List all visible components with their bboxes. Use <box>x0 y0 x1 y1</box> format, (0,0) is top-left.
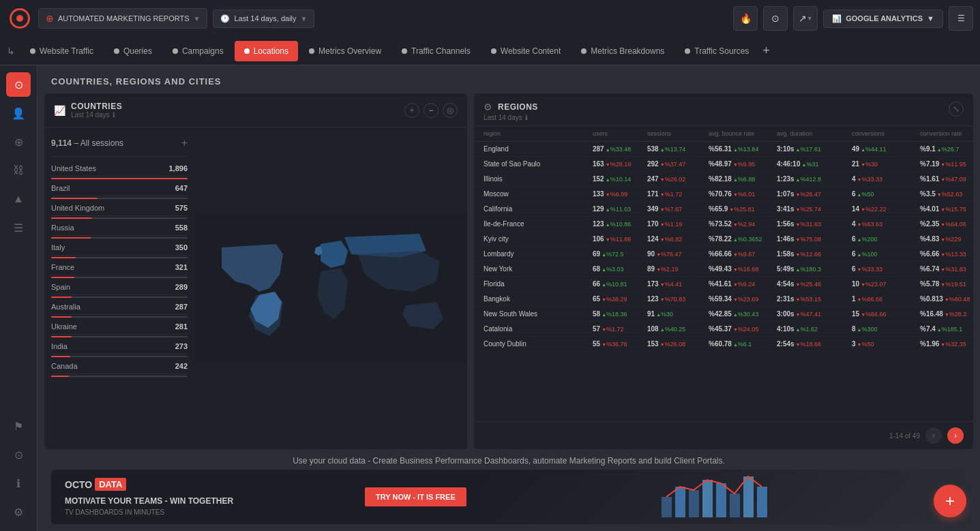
promo-sub: TV DASHBOARDS IN MINUTES <box>65 509 338 516</box>
tab-dot <box>30 48 35 54</box>
list-item[interactable]: Canada 242 <box>51 359 188 377</box>
tab-metrics-breakdowns[interactable]: Metrics Breakdowns <box>571 41 674 61</box>
table-row[interactable]: Florida 66%10.81 173%4.41 %41.61%9.24 4:… <box>474 277 973 292</box>
tab-website-content[interactable]: Website Content <box>481 41 571 61</box>
list-item[interactable]: United Kingdom 575 <box>51 200 188 219</box>
fab-add-button[interactable]: + <box>934 485 966 517</box>
tab-dot <box>402 48 407 54</box>
tab-dot <box>491 48 496 54</box>
sidebar-icon-flag[interactable]: ⚑ <box>6 414 31 438</box>
content-area: COUNTRIES, REGIONS AND CITIES 📈 COUNTRIE… <box>38 65 980 531</box>
list-item[interactable]: Russia 558 <box>51 220 188 239</box>
tab-traffic-sources[interactable]: Traffic Sources <box>675 41 758 61</box>
col-bounce: avg. bounce rate <box>709 130 777 137</box>
table-row[interactable]: California 129%11.03 349%7.67 %65.9%25.8… <box>474 202 973 217</box>
promo-bar: Use your cloud data - Create Business Pe… <box>38 449 980 531</box>
table-row[interactable]: State of Sao Paulo 163%28.19 292%37.47 %… <box>474 157 973 172</box>
col-sessions: sessions <box>647 130 709 137</box>
tab-website-traffic[interactable]: Website Traffic <box>20 41 103 61</box>
analytics-dropdown[interactable]: 📊 GOOGLE ANALYTICS ▼ <box>823 10 943 28</box>
svg-rect-3 <box>689 490 699 517</box>
countries-content: 9,114 – All sessions + United States 1,8… <box>44 127 467 449</box>
regions-title: REGIONS <box>498 102 538 112</box>
date-range-dropdown[interactable]: 🕐 Last 14 days, daily ▼ <box>213 10 314 28</box>
list-item[interactable]: Australia 287 <box>51 299 188 318</box>
sessions-add-button[interactable]: + <box>181 137 188 149</box>
col-users: users <box>593 130 647 137</box>
hamburger-button[interactable]: ☰ <box>949 6 973 31</box>
svg-rect-7 <box>743 476 754 517</box>
table-row[interactable]: England 287%33.48 538%13.74 %56.31%13.84… <box>474 142 973 157</box>
tab-dot <box>581 48 586 54</box>
logo[interactable] <box>7 5 33 31</box>
tab-dot <box>309 48 314 54</box>
sidebar-icon-info[interactable]: ℹ <box>6 471 31 496</box>
expand-button[interactable]: + <box>404 103 419 118</box>
clock-icon: 🕐 <box>220 14 230 23</box>
promo-right-visual <box>480 470 966 524</box>
regions-table: region users sessions avg. bounce rate a… <box>474 126 973 421</box>
table-row[interactable]: Kyiv city 106%11.66 124%8.82 %78.22%0.36… <box>474 232 973 247</box>
list-item[interactable]: India 273 <box>51 339 188 357</box>
settings-icon: ⚙ <box>484 102 492 112</box>
sidebar-icon-chart[interactable]: ▲ <box>6 187 31 211</box>
table-row[interactable]: Illinois 152%10.14 247%26.02 %82.18%6.88… <box>474 172 973 187</box>
sidebar-icon-users[interactable]: 👤 <box>6 101 31 125</box>
pagination: 1-14 of 49 ‹ › <box>474 421 973 449</box>
share-button[interactable]: ↗ ▼ <box>793 6 818 31</box>
col-conversions: conversions <box>852 130 920 137</box>
target-button[interactable]: ⊙ <box>763 6 788 31</box>
report-dropdown[interactable]: ⊕ AUTOMATED MARKETING REPORTS ▼ <box>38 8 207 29</box>
locate-button[interactable]: ◎ <box>443 103 458 118</box>
tab-metrics-overview[interactable]: Metrics Overview <box>299 41 391 61</box>
regions-panel: ⚙ REGIONS Last 14 days ℹ ⤡ <box>474 93 973 449</box>
list-item[interactable]: Ukraine 281 <box>51 319 188 337</box>
tab-queries[interactable]: Queries <box>104 41 162 61</box>
sidebar-icon-link[interactable]: ⛓ <box>6 158 31 183</box>
table-row[interactable]: County Dublin 55%36.78 153%26.08 %60.78%… <box>474 337 973 352</box>
next-page-button[interactable]: › <box>947 427 964 444</box>
add-tab-button[interactable]: + <box>762 44 770 58</box>
table-row[interactable]: Ile-de-France 123%10.86 170%1.19 %73.52%… <box>474 217 973 232</box>
tabs-bar: ↳ Website Traffic Queries Campaigns Loca… <box>0 37 980 65</box>
col-region: region <box>484 130 593 137</box>
tab-traffic-channels[interactable]: Traffic Channels <box>392 41 480 61</box>
tab-campaigns[interactable]: Campaigns <box>163 41 233 61</box>
promo-banner: OCTO DATA MOTIVATE YOUR TEAMS - WIN TOGE… <box>51 470 966 524</box>
sidebar-icon-person[interactable]: ⊙ <box>6 442 31 467</box>
list-item[interactable]: France 321 <box>51 260 188 278</box>
tab-locations[interactable]: Locations <box>235 41 298 61</box>
sidebar-icon-dashboard[interactable]: ⊙ <box>6 72 31 97</box>
regions-expand-button[interactable]: ⤡ <box>949 102 964 117</box>
list-item[interactable]: Italy 350 <box>51 240 188 258</box>
table-row[interactable]: Catalonia 57%1.72 108%40.25 %45.37%24.05… <box>474 322 973 337</box>
list-item[interactable]: Brazil 647 <box>51 181 188 199</box>
collapse-button[interactable]: − <box>424 103 439 118</box>
prev-page-button[interactable]: ‹ <box>925 427 942 444</box>
table-row[interactable]: New York 68%3.03 89%2.19 %49.43%16.68 5:… <box>474 262 973 277</box>
sidebar-icon-list[interactable]: ☰ <box>6 215 31 240</box>
sessions-label: 9,114 – All sessions <box>51 138 123 148</box>
top-bar-actions: 🔥 ⊙ ↗ ▼ 📊 GOOGLE ANALYTICS ▼ ☰ <box>733 6 973 31</box>
list-item[interactable]: United States 1,896 <box>51 161 188 179</box>
tab-scroll-icon: ↳ <box>7 46 15 57</box>
fire-button[interactable]: 🔥 <box>733 6 758 31</box>
table-row[interactable]: Moscow 133%6.99 171%1.72 %70.76%6.01 1:0… <box>474 187 973 202</box>
promo-chart-svg <box>655 470 791 524</box>
table-row[interactable]: New South Wales 58%18.36 91%30 %42.85%30… <box>474 307 973 322</box>
promo-text: Use your cloud data - Create Business Pe… <box>51 456 966 466</box>
sidebar-icon-gear[interactable]: ⚙ <box>6 500 31 524</box>
octo-logo: OCTO DATA <box>65 478 338 491</box>
table-row[interactable]: Lombardy 69%72.5 90%76.47 %66.66%9.67 1:… <box>474 247 973 262</box>
promo-cta-button[interactable]: TRY NOW - IT IS FREE <box>365 487 466 506</box>
table-row[interactable]: Bangkok 65%38.29 123%70.83 %59.34%23.69 … <box>474 292 973 307</box>
countries-panel-header: 📈 COUNTRIES Last 14 days ℹ + − ◎ <box>44 93 467 127</box>
sessions-total: 9,114 – All sessions + <box>51 134 188 157</box>
sidebar-icon-globe[interactable]: ⊕ <box>6 130 31 154</box>
info-icon-regions: ℹ <box>525 114 528 121</box>
list-item[interactable]: Spain 289 <box>51 279 188 298</box>
svg-rect-5 <box>716 483 726 517</box>
main-layout: ⊙ 👤 ⊕ ⛓ ▲ ☰ ⚑ ⊙ ℹ ⚙ COUNTRIES, REGIONS A… <box>0 65 980 531</box>
trend-icon: 📈 <box>54 105 65 116</box>
table-header: region users sessions avg. bounce rate a… <box>474 126 973 142</box>
